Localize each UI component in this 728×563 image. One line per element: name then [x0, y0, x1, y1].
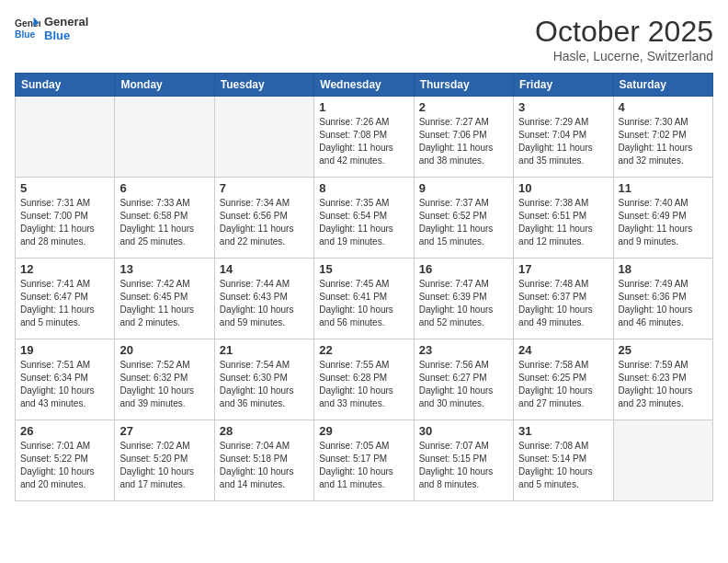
- calendar-cell: 9Sunrise: 7:37 AM Sunset: 6:52 PM Daylig…: [414, 178, 513, 259]
- day-info: Sunrise: 7:40 AM Sunset: 6:49 PM Dayligh…: [619, 197, 708, 248]
- day-info: Sunrise: 7:48 AM Sunset: 6:37 PM Dayligh…: [518, 278, 608, 329]
- location-subtitle: Hasle, Lucerne, Switzerland: [535, 49, 713, 63]
- day-number: 20: [119, 343, 209, 357]
- day-number: 5: [20, 181, 109, 195]
- day-number: 18: [619, 262, 708, 276]
- logo-text-general: General: [44, 15, 88, 29]
- day-number: 24: [518, 343, 608, 357]
- day-info: Sunrise: 7:29 AM Sunset: 7:04 PM Dayligh…: [518, 116, 608, 167]
- month-title: October 2025: [535, 15, 713, 49]
- day-number: 29: [319, 424, 408, 438]
- calendar-week-row-4: 19Sunrise: 7:51 AM Sunset: 6:34 PM Dayli…: [16, 339, 713, 420]
- day-info: Sunrise: 7:37 AM Sunset: 6:52 PM Dayligh…: [419, 197, 508, 248]
- day-number: 4: [619, 100, 708, 114]
- day-info: Sunrise: 7:55 AM Sunset: 6:28 PM Dayligh…: [319, 359, 408, 410]
- calendar-cell: 25Sunrise: 7:59 AM Sunset: 6:23 PM Dayli…: [613, 339, 712, 420]
- calendar-cell: 7Sunrise: 7:34 AM Sunset: 6:56 PM Daylig…: [214, 178, 313, 259]
- day-number: 17: [518, 262, 608, 276]
- day-number: 22: [319, 343, 408, 357]
- day-info: Sunrise: 7:31 AM Sunset: 7:00 PM Dayligh…: [20, 197, 109, 248]
- day-info: Sunrise: 7:05 AM Sunset: 5:17 PM Dayligh…: [319, 440, 408, 491]
- calendar-cell: 14Sunrise: 7:44 AM Sunset: 6:43 PM Dayli…: [214, 259, 313, 339]
- day-number: 26: [20, 424, 109, 438]
- calendar-cell: 21Sunrise: 7:54 AM Sunset: 6:30 PM Dayli…: [214, 339, 313, 420]
- calendar-table: SundayMondayTuesdayWednesdayThursdayFrid…: [15, 73, 713, 501]
- logo: General Blue General Blue: [15, 15, 88, 42]
- calendar-cell: 1Sunrise: 7:26 AM Sunset: 7:08 PM Daylig…: [314, 97, 414, 178]
- day-number: 25: [619, 343, 708, 357]
- calendar-cell: 5Sunrise: 7:31 AM Sunset: 7:00 PM Daylig…: [16, 178, 115, 259]
- day-info: Sunrise: 7:52 AM Sunset: 6:32 PM Dayligh…: [119, 359, 209, 410]
- calendar-cell: 26Sunrise: 7:01 AM Sunset: 5:22 PM Dayli…: [16, 420, 115, 501]
- day-info: Sunrise: 7:44 AM Sunset: 6:43 PM Dayligh…: [220, 278, 309, 329]
- day-number: 12: [20, 262, 109, 276]
- day-number: 8: [319, 181, 408, 195]
- title-area: October 2025 Hasle, Lucerne, Switzerland: [535, 15, 713, 63]
- day-info: Sunrise: 7:41 AM Sunset: 6:47 PM Dayligh…: [20, 278, 109, 329]
- day-info: Sunrise: 7:59 AM Sunset: 6:23 PM Dayligh…: [619, 359, 708, 410]
- calendar-cell: 29Sunrise: 7:05 AM Sunset: 5:17 PM Dayli…: [314, 420, 414, 501]
- day-info: Sunrise: 7:26 AM Sunset: 7:08 PM Dayligh…: [319, 116, 408, 167]
- calendar-cell: 20Sunrise: 7:52 AM Sunset: 6:32 PM Dayli…: [115, 339, 214, 420]
- day-number: 27: [119, 424, 209, 438]
- day-info: Sunrise: 7:27 AM Sunset: 7:06 PM Dayligh…: [419, 116, 508, 167]
- weekday-header-friday: Friday: [514, 74, 613, 97]
- day-number: 11: [619, 181, 708, 195]
- calendar-week-row-3: 12Sunrise: 7:41 AM Sunset: 6:47 PM Dayli…: [16, 259, 713, 339]
- calendar-cell: [214, 97, 313, 178]
- day-number: 14: [220, 262, 309, 276]
- calendar-cell: 6Sunrise: 7:33 AM Sunset: 6:58 PM Daylig…: [115, 178, 214, 259]
- calendar-cell: 22Sunrise: 7:55 AM Sunset: 6:28 PM Dayli…: [314, 339, 414, 420]
- calendar-cell: [613, 420, 712, 501]
- calendar-week-row-2: 5Sunrise: 7:31 AM Sunset: 7:00 PM Daylig…: [16, 178, 713, 259]
- calendar-week-row-5: 26Sunrise: 7:01 AM Sunset: 5:22 PM Dayli…: [16, 420, 713, 501]
- weekday-header-sunday: Sunday: [16, 74, 115, 97]
- calendar-cell: 31Sunrise: 7:08 AM Sunset: 5:14 PM Dayli…: [514, 420, 613, 501]
- calendar-cell: 30Sunrise: 7:07 AM Sunset: 5:15 PM Dayli…: [414, 420, 513, 501]
- day-number: 30: [419, 424, 508, 438]
- calendar-header-row: SundayMondayTuesdayWednesdayThursdayFrid…: [16, 74, 713, 97]
- calendar-cell: 18Sunrise: 7:49 AM Sunset: 6:36 PM Dayli…: [613, 259, 712, 339]
- weekday-header-wednesday: Wednesday: [314, 74, 414, 97]
- day-number: 19: [20, 343, 109, 357]
- calendar-cell: 13Sunrise: 7:42 AM Sunset: 6:45 PM Dayli…: [115, 259, 214, 339]
- day-number: 16: [419, 262, 508, 276]
- page-header: General Blue General Blue October 2025 H…: [15, 15, 713, 63]
- day-info: Sunrise: 7:33 AM Sunset: 6:58 PM Dayligh…: [119, 197, 209, 248]
- day-number: 10: [518, 181, 608, 195]
- day-info: Sunrise: 7:58 AM Sunset: 6:25 PM Dayligh…: [518, 359, 608, 410]
- day-info: Sunrise: 7:04 AM Sunset: 5:18 PM Dayligh…: [220, 440, 309, 491]
- calendar-cell: 12Sunrise: 7:41 AM Sunset: 6:47 PM Dayli…: [16, 259, 115, 339]
- calendar-cell: 3Sunrise: 7:29 AM Sunset: 7:04 PM Daylig…: [514, 97, 613, 178]
- day-number: 31: [518, 424, 608, 438]
- day-number: 3: [518, 100, 608, 114]
- day-number: 15: [319, 262, 408, 276]
- calendar-cell: 8Sunrise: 7:35 AM Sunset: 6:54 PM Daylig…: [314, 178, 414, 259]
- calendar-cell: 15Sunrise: 7:45 AM Sunset: 6:41 PM Dayli…: [314, 259, 414, 339]
- day-info: Sunrise: 7:45 AM Sunset: 6:41 PM Dayligh…: [319, 278, 408, 329]
- svg-text:Blue: Blue: [15, 29, 36, 40]
- day-info: Sunrise: 7:01 AM Sunset: 5:22 PM Dayligh…: [20, 440, 109, 491]
- calendar-cell: 17Sunrise: 7:48 AM Sunset: 6:37 PM Dayli…: [514, 259, 613, 339]
- day-number: 23: [419, 343, 508, 357]
- calendar-cell: 23Sunrise: 7:56 AM Sunset: 6:27 PM Dayli…: [414, 339, 513, 420]
- logo-icon: General Blue: [15, 16, 40, 41]
- day-number: 6: [119, 181, 209, 195]
- day-info: Sunrise: 7:08 AM Sunset: 5:14 PM Dayligh…: [518, 440, 608, 491]
- calendar-cell: 19Sunrise: 7:51 AM Sunset: 6:34 PM Dayli…: [16, 339, 115, 420]
- day-info: Sunrise: 7:34 AM Sunset: 6:56 PM Dayligh…: [220, 197, 309, 248]
- calendar-cell: 16Sunrise: 7:47 AM Sunset: 6:39 PM Dayli…: [414, 259, 513, 339]
- day-info: Sunrise: 7:51 AM Sunset: 6:34 PM Dayligh…: [20, 359, 109, 410]
- day-info: Sunrise: 7:35 AM Sunset: 6:54 PM Dayligh…: [319, 197, 408, 248]
- weekday-header-monday: Monday: [115, 74, 214, 97]
- calendar-cell: 28Sunrise: 7:04 AM Sunset: 5:18 PM Dayli…: [214, 420, 313, 501]
- day-info: Sunrise: 7:38 AM Sunset: 6:51 PM Dayligh…: [518, 197, 608, 248]
- calendar-cell: 11Sunrise: 7:40 AM Sunset: 6:49 PM Dayli…: [613, 178, 712, 259]
- day-info: Sunrise: 7:54 AM Sunset: 6:30 PM Dayligh…: [220, 359, 309, 410]
- calendar-cell: [115, 97, 214, 178]
- calendar-cell: [16, 97, 115, 178]
- weekday-header-saturday: Saturday: [613, 74, 712, 97]
- calendar-cell: 10Sunrise: 7:38 AM Sunset: 6:51 PM Dayli…: [514, 178, 613, 259]
- weekday-header-thursday: Thursday: [414, 74, 513, 97]
- weekday-header-tuesday: Tuesday: [214, 74, 313, 97]
